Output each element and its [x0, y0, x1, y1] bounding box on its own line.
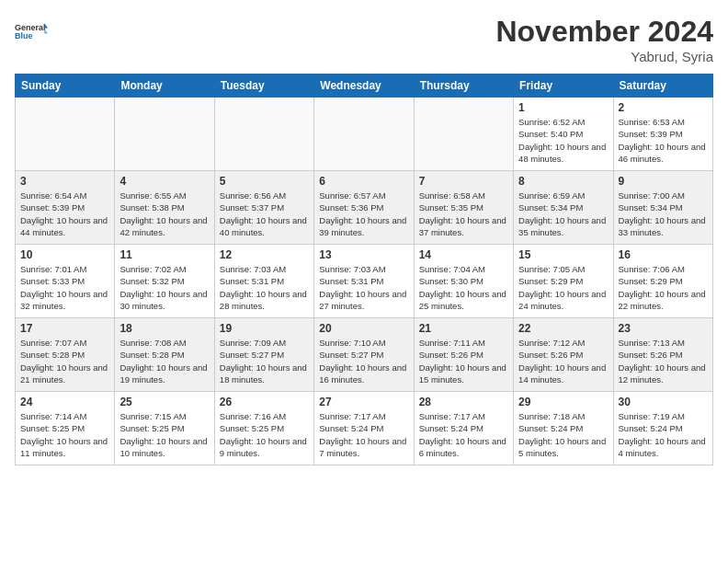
calendar-table: SundayMondayTuesdayWednesdayThursdayFrid… [15, 74, 713, 465]
day-number: 14 [419, 248, 508, 261]
month-title: November 2024 [495, 15, 713, 49]
day-info: Sunrise: 7:08 AM Sunset: 5:28 PM Dayligh… [119, 337, 209, 385]
page-header: General Blue November 2024 Yabrud, Syria [15, 15, 713, 64]
calendar-day-cell [115, 98, 214, 171]
day-number: 23 [619, 322, 708, 335]
day-number: 19 [220, 322, 309, 335]
calendar-week-row: 24Sunrise: 7:14 AM Sunset: 5:25 PM Dayli… [16, 392, 713, 465]
calendar-day-cell: 24Sunrise: 7:14 AM Sunset: 5:25 PM Dayli… [16, 392, 115, 465]
calendar-day-cell: 2Sunrise: 6:53 AM Sunset: 5:39 PM Daylig… [613, 98, 712, 171]
day-info: Sunrise: 7:18 AM Sunset: 5:24 PM Dayligh… [518, 410, 608, 459]
day-number: 27 [319, 396, 408, 408]
day-info: Sunrise: 7:02 AM Sunset: 5:32 PM Dayligh… [119, 263, 209, 312]
day-info: Sunrise: 7:04 AM Sunset: 5:30 PM Dayligh… [419, 263, 508, 312]
day-info: Sunrise: 7:01 AM Sunset: 5:33 PM Dayligh… [20, 263, 109, 312]
calendar-week-row: 3Sunrise: 6:54 AM Sunset: 5:39 PM Daylig… [16, 171, 713, 245]
day-number: 25 [119, 396, 209, 408]
day-number: 5 [220, 175, 309, 188]
calendar-day-cell: 20Sunrise: 7:10 AM Sunset: 5:27 PM Dayli… [314, 318, 414, 392]
day-number: 18 [119, 322, 209, 335]
calendar-day-cell: 28Sunrise: 7:17 AM Sunset: 5:24 PM Dayli… [414, 392, 513, 465]
day-info: Sunrise: 7:13 AM Sunset: 5:26 PM Dayligh… [619, 337, 708, 385]
calendar-day-header: Friday [514, 75, 613, 98]
day-info: Sunrise: 7:09 AM Sunset: 5:27 PM Dayligh… [220, 337, 309, 385]
calendar-day-cell: 12Sunrise: 7:03 AM Sunset: 5:31 PM Dayli… [214, 245, 313, 318]
day-number: 15 [518, 248, 608, 261]
day-info: Sunrise: 7:03 AM Sunset: 5:31 PM Dayligh… [319, 263, 408, 312]
calendar-day-header: Sunday [16, 75, 115, 98]
calendar-day-cell: 21Sunrise: 7:11 AM Sunset: 5:26 PM Dayli… [414, 318, 513, 392]
svg-text:General: General [15, 23, 46, 32]
calendar-day-cell: 10Sunrise: 7:01 AM Sunset: 5:33 PM Dayli… [16, 245, 115, 318]
day-number: 17 [20, 322, 109, 335]
day-number: 28 [419, 396, 508, 408]
day-number: 9 [619, 175, 708, 188]
day-number: 24 [20, 396, 109, 408]
calendar-day-cell: 23Sunrise: 7:13 AM Sunset: 5:26 PM Dayli… [613, 318, 712, 392]
day-number: 8 [518, 175, 608, 188]
day-number: 26 [220, 396, 309, 408]
calendar-day-cell: 6Sunrise: 6:57 AM Sunset: 5:36 PM Daylig… [314, 171, 414, 245]
day-number: 2 [619, 101, 708, 114]
day-info: Sunrise: 6:57 AM Sunset: 5:36 PM Dayligh… [319, 190, 408, 238]
calendar-day-cell: 5Sunrise: 6:56 AM Sunset: 5:37 PM Daylig… [214, 171, 313, 245]
day-info: Sunrise: 7:00 AM Sunset: 5:34 PM Dayligh… [619, 190, 708, 238]
day-number: 13 [319, 248, 408, 261]
day-number: 11 [119, 248, 209, 261]
calendar-day-cell [314, 98, 414, 171]
day-info: Sunrise: 7:17 AM Sunset: 5:24 PM Dayligh… [419, 410, 508, 459]
day-info: Sunrise: 7:11 AM Sunset: 5:26 PM Dayligh… [419, 337, 508, 385]
day-info: Sunrise: 6:58 AM Sunset: 5:35 PM Dayligh… [419, 190, 508, 238]
calendar-day-cell [16, 98, 115, 171]
calendar-day-cell [214, 98, 313, 171]
calendar-day-cell: 14Sunrise: 7:04 AM Sunset: 5:30 PM Dayli… [414, 245, 513, 318]
calendar-week-row: 1Sunrise: 6:52 AM Sunset: 5:40 PM Daylig… [16, 98, 713, 171]
calendar-day-cell [414, 98, 513, 171]
day-info: Sunrise: 7:06 AM Sunset: 5:29 PM Dayligh… [619, 263, 708, 312]
calendar-day-header: Tuesday [214, 75, 313, 98]
day-info: Sunrise: 7:15 AM Sunset: 5:25 PM Dayligh… [119, 410, 209, 459]
day-number: 4 [119, 175, 209, 188]
calendar-day-cell: 17Sunrise: 7:07 AM Sunset: 5:28 PM Dayli… [16, 318, 115, 392]
day-info: Sunrise: 7:19 AM Sunset: 5:24 PM Dayligh… [619, 410, 708, 459]
day-info: Sunrise: 6:55 AM Sunset: 5:38 PM Dayligh… [119, 190, 209, 238]
calendar-day-cell: 4Sunrise: 6:55 AM Sunset: 5:38 PM Daylig… [115, 171, 214, 245]
day-info: Sunrise: 6:53 AM Sunset: 5:39 PM Dayligh… [619, 116, 708, 165]
calendar-day-cell: 16Sunrise: 7:06 AM Sunset: 5:29 PM Dayli… [613, 245, 712, 318]
calendar-day-cell: 29Sunrise: 7:18 AM Sunset: 5:24 PM Dayli… [514, 392, 613, 465]
calendar-day-cell: 26Sunrise: 7:16 AM Sunset: 5:25 PM Dayli… [214, 392, 313, 465]
day-info: Sunrise: 7:16 AM Sunset: 5:25 PM Dayligh… [220, 410, 309, 459]
day-info: Sunrise: 7:14 AM Sunset: 5:25 PM Dayligh… [20, 410, 109, 459]
calendar-week-row: 10Sunrise: 7:01 AM Sunset: 5:33 PM Dayli… [16, 245, 713, 318]
calendar-day-cell: 15Sunrise: 7:05 AM Sunset: 5:29 PM Dayli… [514, 245, 613, 318]
calendar-day-cell: 22Sunrise: 7:12 AM Sunset: 5:26 PM Dayli… [514, 318, 613, 392]
day-info: Sunrise: 6:59 AM Sunset: 5:34 PM Dayligh… [518, 190, 608, 238]
calendar-day-header: Monday [115, 75, 214, 98]
calendar-day-header: Wednesday [314, 75, 414, 98]
calendar-week-row: 17Sunrise: 7:07 AM Sunset: 5:28 PM Dayli… [16, 318, 713, 392]
day-number: 1 [518, 101, 608, 114]
day-number: 22 [518, 322, 608, 335]
day-info: Sunrise: 7:10 AM Sunset: 5:27 PM Dayligh… [319, 337, 408, 385]
calendar-day-cell: 19Sunrise: 7:09 AM Sunset: 5:27 PM Dayli… [214, 318, 313, 392]
day-number: 12 [220, 248, 309, 261]
day-number: 20 [319, 322, 408, 335]
day-number: 29 [518, 396, 608, 408]
day-number: 3 [20, 175, 109, 188]
day-number: 21 [419, 322, 508, 335]
day-number: 30 [619, 396, 708, 408]
day-info: Sunrise: 7:12 AM Sunset: 5:26 PM Dayligh… [518, 337, 608, 385]
day-info: Sunrise: 7:07 AM Sunset: 5:28 PM Dayligh… [20, 337, 109, 385]
location: Yabrud, Syria [495, 49, 713, 64]
calendar-day-cell: 13Sunrise: 7:03 AM Sunset: 5:31 PM Dayli… [314, 245, 414, 318]
calendar-header-row: SundayMondayTuesdayWednesdayThursdayFrid… [16, 75, 713, 98]
day-number: 7 [419, 175, 508, 188]
calendar-day-cell: 30Sunrise: 7:19 AM Sunset: 5:24 PM Dayli… [613, 392, 712, 465]
calendar-day-cell: 9Sunrise: 7:00 AM Sunset: 5:34 PM Daylig… [613, 171, 712, 245]
calendar-day-cell: 27Sunrise: 7:17 AM Sunset: 5:24 PM Dayli… [314, 392, 414, 465]
calendar-day-header: Thursday [414, 75, 513, 98]
day-info: Sunrise: 7:03 AM Sunset: 5:31 PM Dayligh… [220, 263, 309, 312]
svg-text:Blue: Blue [15, 31, 33, 40]
calendar-day-cell: 11Sunrise: 7:02 AM Sunset: 5:32 PM Dayli… [115, 245, 214, 318]
calendar-day-cell: 25Sunrise: 7:15 AM Sunset: 5:25 PM Dayli… [115, 392, 214, 465]
